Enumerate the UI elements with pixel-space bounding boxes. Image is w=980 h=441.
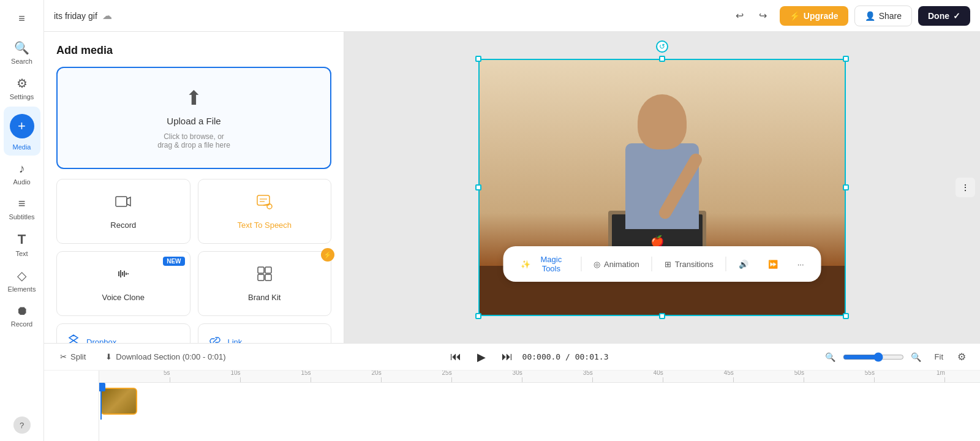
sidebar-item-elements[interactable]: ◇ Elements xyxy=(4,263,40,298)
sidebar-item-record[interactable]: ⏺ Record xyxy=(4,299,40,333)
handle-right-center[interactable] xyxy=(843,184,849,190)
person-head xyxy=(638,94,687,149)
sidebar-item-media[interactable]: + Media xyxy=(4,107,40,156)
fit-button[interactable]: Fit xyxy=(929,350,949,364)
split-button[interactable]: ✂ Split xyxy=(54,349,92,365)
search-icon: 🔍 xyxy=(14,40,29,55)
project-title: its friday gif ☁ xyxy=(54,10,112,21)
speed-button[interactable]: ⏩ xyxy=(761,256,785,273)
volume-icon: 🔊 xyxy=(739,260,748,269)
voice-clone-label: Voice Clone xyxy=(102,293,145,302)
add-media-icon[interactable]: + xyxy=(10,114,34,138)
timeline-settings-button[interactable]: ⚙ xyxy=(953,349,970,366)
sidebar-item-label: Media xyxy=(13,143,31,151)
zoom-slider[interactable] xyxy=(843,352,904,362)
record-card[interactable]: Record xyxy=(56,179,190,244)
help-button[interactable]: ? xyxy=(13,417,31,434)
voice-clone-icon xyxy=(115,265,132,287)
audio-icon: ♪ xyxy=(19,162,25,176)
timeline: ✂ Split ⬇ Download Section (0:00 - 0:01)… xyxy=(44,343,980,441)
upgrade-button[interactable]: ⚡ Upgrade xyxy=(780,6,848,26)
ruler-mark-10s: 10s xyxy=(240,377,241,382)
volume-button[interactable]: 🔊 xyxy=(731,256,756,273)
sidebar-item-search[interactable]: 🔍 Search xyxy=(4,36,40,70)
text-icon: T xyxy=(18,232,26,247)
ruler-mark-20s: 20s xyxy=(381,377,382,382)
rotate-handle[interactable]: ↺ xyxy=(656,40,668,53)
upload-card[interactable]: ⬆ Upload a File Click to browse, ordrag … xyxy=(56,67,331,169)
timeline-labels xyxy=(44,371,99,441)
zoom-in-button[interactable]: 🔍 xyxy=(908,349,925,366)
link-card[interactable]: Link xyxy=(198,323,332,343)
brand-kit-label: Brand Kit xyxy=(248,293,281,302)
ruler-line xyxy=(944,377,945,382)
zoom-out-button[interactable]: 🔍 xyxy=(822,349,839,366)
handle-bottom-center[interactable] xyxy=(659,313,665,319)
undo-button[interactable]: ↩ xyxy=(729,6,750,26)
toolbar-separator-2 xyxy=(652,257,652,271)
share-button[interactable]: 👤 Share xyxy=(854,6,912,26)
middle-section: Add media ⬆ Upload a File Click to brows… xyxy=(44,32,980,343)
share-label: Share xyxy=(879,11,902,21)
skip-back-button[interactable]: ⏮ xyxy=(445,347,466,368)
handle-top-right[interactable] xyxy=(843,56,849,62)
zoom-controls: 🔍 🔍 Fit ⚙ xyxy=(822,349,970,366)
sidebar-item-label: Search xyxy=(11,58,32,65)
timeline-controls: ✂ Split ⬇ Download Section (0:00 - 0:01)… xyxy=(44,344,980,371)
done-label: Done xyxy=(928,11,949,21)
ruler-line xyxy=(804,377,804,382)
upload-icon: ⬆ xyxy=(186,86,202,110)
ruler-mark-50s: 50s xyxy=(804,377,804,382)
menu-icon[interactable]: ≡ xyxy=(11,7,33,29)
elements-icon: ◇ xyxy=(17,268,26,283)
subtitles-icon: ≡ xyxy=(18,197,26,211)
ruler-label-15s: 15s xyxy=(301,371,311,376)
sidebar-item-text[interactable]: T Text xyxy=(4,227,40,262)
done-check-icon: ✓ xyxy=(953,11,960,21)
sidebar-item-settings[interactable]: ⚙ Settings xyxy=(4,71,40,105)
done-button[interactable]: Done ✓ xyxy=(918,6,970,26)
brand-kit-card[interactable]: ⚡ Brand Kit xyxy=(198,251,332,316)
ruler-line xyxy=(240,377,241,382)
clip-thumbnail xyxy=(102,389,136,413)
sidebar-item-audio[interactable]: ♪ Audio xyxy=(4,157,40,190)
magic-tools-button[interactable]: ✨ Magic Tools xyxy=(513,251,576,277)
magic-tools-label: Magic Tools xyxy=(534,255,569,273)
split-label: Split xyxy=(70,352,86,361)
handle-bottom-right[interactable] xyxy=(843,313,849,319)
media-cards-grid: Record Text To Speech xyxy=(56,179,331,316)
record-icon: ⏺ xyxy=(16,304,28,318)
link-label: Link xyxy=(228,337,243,343)
ruler-label-35s: 35s xyxy=(583,371,593,376)
handle-top-center[interactable] xyxy=(659,56,665,62)
ruler-mark-55s: 55s xyxy=(874,377,875,382)
sidebar-item-subtitles[interactable]: ≡ Subtitles xyxy=(4,192,40,225)
text-to-speech-card[interactable]: Text To Speech xyxy=(198,179,332,244)
zoom-slider-container xyxy=(843,352,904,362)
handle-top-left[interactable] xyxy=(475,56,481,62)
toolbar-separator-3 xyxy=(726,257,726,271)
more-options-button[interactable]: ··· xyxy=(790,256,812,273)
ruler-label-50s: 50s xyxy=(794,371,804,376)
play-button[interactable]: ▶ xyxy=(471,347,492,368)
dropbox-card[interactable]: Dropbox xyxy=(56,323,190,343)
animation-label: Animation xyxy=(604,260,639,269)
ruler-label-20s: 20s xyxy=(372,371,382,376)
voice-clone-card[interactable]: NEW Voice Clone xyxy=(56,251,190,316)
download-section-button[interactable]: ⬇ Download Section (0:00 - 0:01) xyxy=(99,349,232,365)
animation-button[interactable]: ◎ Animation xyxy=(586,256,647,273)
handle-bottom-left[interactable] xyxy=(475,313,481,319)
ruler-mark-35s: 35s xyxy=(592,377,593,382)
ruler-mark-25s: 25s xyxy=(451,377,452,382)
header: its friday gif ☁ ↩ ↪ ⚡ Upgrade 👤 Share D… xyxy=(44,0,980,32)
handle-left-center[interactable] xyxy=(475,184,481,190)
track-clip[interactable] xyxy=(100,388,137,415)
transitions-icon: ⊞ xyxy=(665,260,671,269)
right-panel-toggle[interactable]: ⋮ xyxy=(956,178,975,197)
redo-button[interactable]: ↪ xyxy=(753,6,774,26)
playhead-top xyxy=(99,383,105,391)
skip-forward-button[interactable]: ⏭ xyxy=(497,347,518,368)
transitions-label: Transitions xyxy=(675,260,714,269)
ruler-label-30s: 30s xyxy=(513,371,522,376)
transitions-button[interactable]: ⊞ Transitions xyxy=(657,256,721,273)
